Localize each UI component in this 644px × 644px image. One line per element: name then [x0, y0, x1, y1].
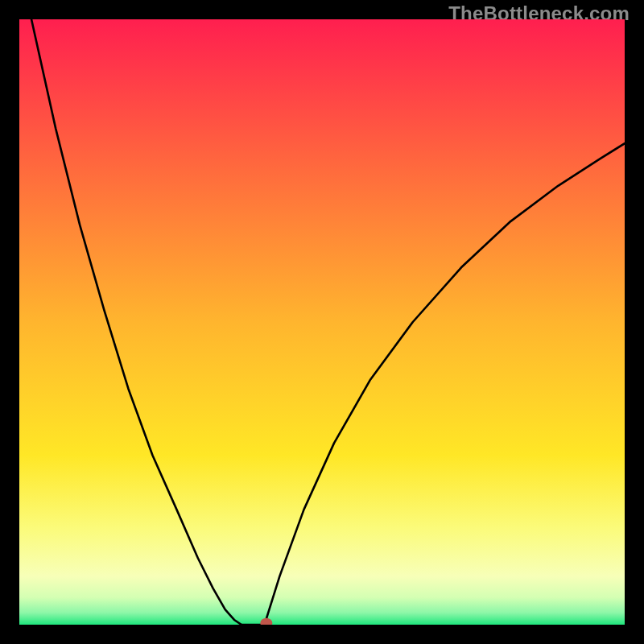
- chart-frame: TheBottleneck.com: [0, 0, 644, 644]
- bottleneck-chart: [19, 19, 625, 625]
- plot-background: [19, 19, 625, 625]
